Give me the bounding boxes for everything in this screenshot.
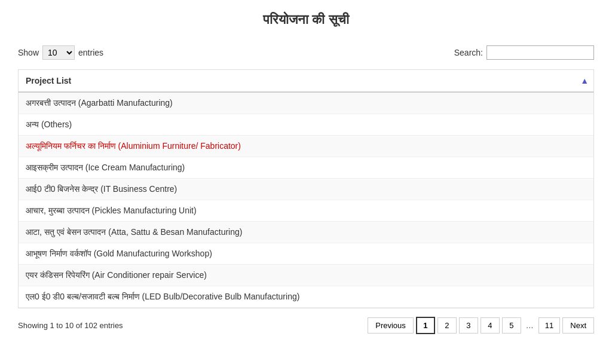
table-row[interactable]: अन्य (Others) bbox=[19, 114, 593, 136]
table-row[interactable]: आभूषण निर्माण वर्कशॉप (Gold Manufacturin… bbox=[19, 243, 593, 265]
controls-row: Show 10 25 50 100 entries Search: bbox=[18, 45, 594, 60]
page-container: परियोजना की सूची Show 10 25 50 100 entri… bbox=[0, 0, 612, 346]
page-button-4[interactable]: 4 bbox=[481, 317, 500, 334]
table-row[interactable]: आई0 टी0 बिजनेस केन्द्र (IT Business Cent… bbox=[19, 179, 593, 200]
show-label: Show bbox=[18, 48, 39, 57]
column-header[interactable]: Project List ▲ bbox=[19, 70, 593, 92]
previous-button[interactable]: Previous bbox=[368, 317, 414, 334]
table-row[interactable]: अगरबत्ती उत्पादन (Agarbatti Manufacturin… bbox=[19, 92, 593, 114]
page-button-3[interactable]: 3 bbox=[459, 317, 478, 334]
table-wrapper: Project List ▲ अगरबत्ती उत्पादन (Agarbat… bbox=[18, 69, 594, 308]
table-row[interactable]: एयर कंडिसन रिपेयरिंग (Air Conditioner re… bbox=[19, 265, 593, 286]
page-button-11[interactable]: 11 bbox=[538, 317, 560, 334]
footer-row: Showing 1 to 10 of 102 entries Previous … bbox=[18, 317, 594, 334]
ellipsis: … bbox=[524, 318, 536, 333]
search-input[interactable] bbox=[486, 45, 594, 60]
table-row[interactable]: आइसक्रीम उत्पादन (Ice Cream Manufacturin… bbox=[19, 157, 593, 179]
page-title: परियोजना की सूची bbox=[18, 12, 594, 27]
showing-text: Showing 1 to 10 of 102 entries bbox=[18, 321, 123, 330]
table-row[interactable]: आटा, सतु एवं बेसन उत्पादन (Atta, Sattu &… bbox=[19, 222, 593, 243]
page-button-5[interactable]: 5 bbox=[502, 317, 521, 334]
search-label: Search: bbox=[454, 48, 483, 57]
entries-select[interactable]: 10 25 50 100 bbox=[42, 45, 75, 60]
show-entries: Show 10 25 50 100 entries bbox=[18, 45, 103, 60]
table-row[interactable]: एल0 ई0 डी0 बल्ब/सजावटी बल्ब निर्माण (LED… bbox=[19, 286, 593, 308]
entries-label: entries bbox=[78, 48, 103, 57]
sort-icon: ▲ bbox=[580, 76, 589, 85]
table-row[interactable]: अल्यूमिनियम फर्निचर का निर्माण (Aluminiu… bbox=[19, 136, 593, 157]
pagination: Previous 1 2 3 4 5 … 11 Next bbox=[368, 317, 594, 334]
page-button-1[interactable]: 1 bbox=[416, 317, 435, 334]
search-area: Search: bbox=[454, 45, 594, 60]
page-button-2[interactable]: 2 bbox=[437, 317, 457, 334]
next-button[interactable]: Next bbox=[562, 317, 594, 334]
project-table: Project List ▲ अगरबत्ती उत्पादन (Agarbat… bbox=[19, 70, 593, 308]
table-row[interactable]: आचार, मुरब्बा उत्पादन (Pickles Manufactu… bbox=[19, 200, 593, 222]
